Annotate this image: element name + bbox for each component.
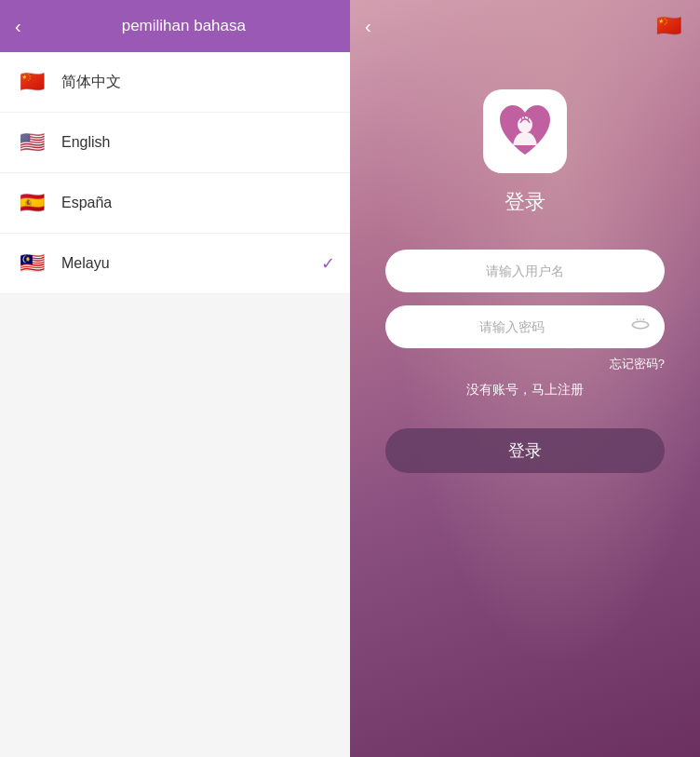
svg-line-1 (637, 318, 638, 320)
language-name: 简体中文 (61, 73, 335, 92)
eye-icon[interactable] (631, 318, 650, 335)
language-list: 🇨🇳简体中文🇺🇸English🇪🇸España🇲🇾Melayu✓ (0, 52, 350, 294)
left-header: ‹ pemilihan bahasa (0, 0, 350, 52)
password-input[interactable] (385, 305, 665, 348)
svg-line-3 (643, 318, 644, 320)
right-header: ‹ 🇨🇳 (350, 0, 700, 52)
app-logo (492, 99, 558, 164)
language-item[interactable]: 🇪🇸España (0, 173, 350, 234)
flag-icon: 🇨🇳 (15, 65, 48, 99)
language-item[interactable]: 🇲🇾Melayu✓ (0, 234, 350, 294)
login-title: 登录 (505, 188, 545, 216)
language-name: English (61, 134, 335, 151)
language-name: Melayu (61, 255, 321, 272)
language-item[interactable]: 🇨🇳简体中文 (0, 52, 350, 113)
selected-checkmark: ✓ (321, 253, 335, 274)
back-button-right[interactable]: ‹ (365, 16, 371, 37)
right-panel: ‹ 🇨🇳 登录 (350, 0, 700, 757)
back-button-left[interactable]: ‹ (15, 16, 21, 37)
forgot-password-link[interactable]: 忘记密码? (385, 356, 665, 372)
language-name: España (61, 195, 335, 211)
flag-icon: 🇪🇸 (15, 186, 48, 220)
language-flag-button[interactable]: 🇨🇳 (652, 9, 685, 43)
register-link[interactable]: 没有账号，马上注册 (466, 382, 584, 399)
username-input[interactable] (385, 250, 665, 292)
flag-icon: 🇲🇾 (15, 247, 48, 280)
left-panel: ‹ pemilihan bahasa 🇨🇳简体中文🇺🇸English🇪🇸Espa… (0, 0, 350, 757)
login-button[interactable]: 登录 (385, 428, 665, 473)
right-content: ‹ 🇨🇳 登录 (350, 0, 700, 473)
language-item[interactable]: 🇺🇸English (0, 113, 350, 173)
password-wrapper (385, 305, 665, 348)
flag-icon: 🇺🇸 (15, 126, 48, 159)
app-logo-container (483, 89, 567, 173)
panel-title: pemilihan bahasa (33, 17, 335, 35)
